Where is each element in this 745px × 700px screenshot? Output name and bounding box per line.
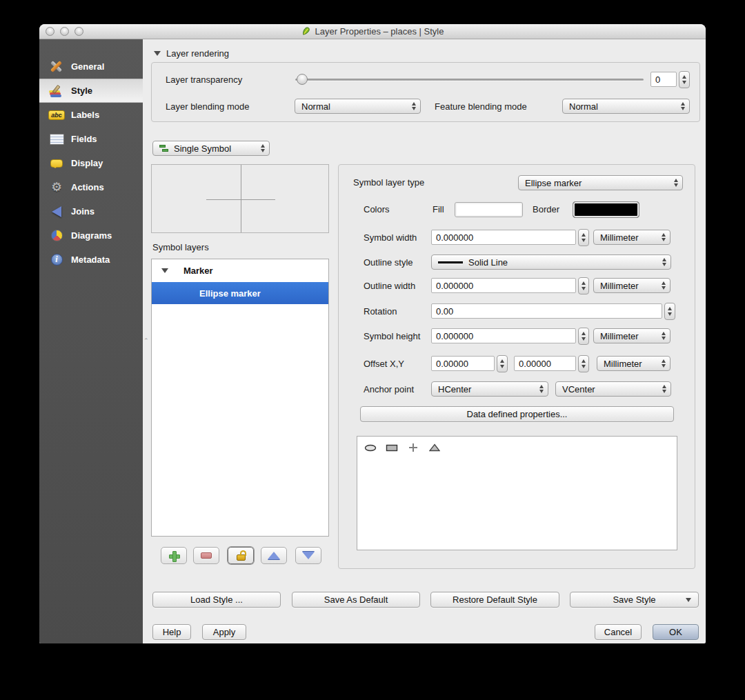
symbol-height-unit-value: Millimeter bbox=[600, 331, 639, 341]
labels-icon-text: abc bbox=[48, 110, 65, 120]
metadata-info-icon: i bbox=[48, 252, 65, 268]
dropdown-arrows-icon bbox=[662, 281, 666, 290]
close-window-icon[interactable] bbox=[46, 27, 54, 36]
save-style-button[interactable]: Save Style bbox=[570, 592, 699, 608]
offset-x-input[interactable] bbox=[431, 356, 495, 371]
lock-color-button[interactable] bbox=[228, 547, 254, 564]
offset-y-stepper[interactable] bbox=[578, 355, 589, 372]
fill-color-button[interactable] bbox=[455, 202, 523, 217]
sidebar-item-label: Fields bbox=[71, 134, 97, 144]
sidebar-item-fields[interactable]: Fields bbox=[39, 127, 143, 151]
dropdown-arrows-icon bbox=[662, 385, 666, 393]
symbol-width-unit-select[interactable]: Millimeter bbox=[593, 230, 670, 245]
dropdown-arrows-icon bbox=[662, 332, 666, 340]
move-layer-up-button[interactable] bbox=[261, 547, 287, 564]
symbol-height-unit-select[interactable]: Millimeter bbox=[593, 328, 670, 343]
dropdown-arrows-icon bbox=[662, 258, 666, 266]
symbol-layer-row-label: Ellipse marker bbox=[199, 288, 261, 299]
help-button[interactable]: Help bbox=[152, 624, 191, 640]
offset-x-stepper[interactable] bbox=[497, 355, 508, 372]
shape-ellipse-item[interactable] bbox=[364, 443, 377, 452]
symbol-layer-type-select[interactable]: Ellipse marker bbox=[518, 175, 683, 190]
shape-rectangle-item[interactable] bbox=[386, 443, 398, 452]
layer-blending-mode-value: Normal bbox=[301, 101, 330, 112]
layer-transparency-slider[interactable] bbox=[295, 74, 644, 85]
anchor-vertical-select[interactable]: VCenter bbox=[555, 381, 671, 397]
dropdown-arrows-icon bbox=[412, 102, 416, 110]
sidebar-item-style[interactable]: Style bbox=[39, 79, 143, 103]
sidebar-item-display[interactable]: Display bbox=[39, 151, 143, 175]
symbol-height-stepper[interactable] bbox=[578, 328, 589, 345]
actions-gear-icon: ⚙ bbox=[48, 180, 65, 195]
offset-unit-select[interactable]: Millimeter bbox=[597, 356, 670, 371]
preview-crosshair-horizontal bbox=[206, 199, 275, 200]
zoom-window-icon[interactable] bbox=[74, 27, 83, 36]
stepper-down-icon[interactable] bbox=[682, 81, 686, 84]
rotation-input[interactable] bbox=[431, 303, 662, 319]
outline-style-value: Solid Line bbox=[468, 257, 508, 268]
layer-blending-mode-select[interactable]: Normal bbox=[295, 99, 421, 114]
sidebar: General Style abc Labels Fields bbox=[39, 39, 143, 643]
sidebar-item-actions[interactable]: ⚙ Actions bbox=[39, 175, 143, 199]
outline-width-input[interactable] bbox=[431, 278, 576, 293]
titlebar[interactable]: Layer Properties – places | Style bbox=[39, 24, 706, 39]
remove-symbol-layer-button[interactable] bbox=[193, 547, 219, 564]
save-as-default-button[interactable]: Save As Default bbox=[292, 592, 420, 608]
display-bubble-icon bbox=[48, 156, 65, 171]
sidebar-item-joins[interactable]: Joins bbox=[39, 199, 143, 223]
restore-default-style-button[interactable]: Restore Default Style bbox=[430, 592, 559, 608]
outline-style-select[interactable]: Solid Line bbox=[431, 254, 671, 270]
layer-transparency-value[interactable] bbox=[650, 72, 677, 87]
symbol-width-input[interactable] bbox=[431, 230, 576, 245]
symbol-height-input[interactable] bbox=[431, 328, 576, 343]
renderer-type-select[interactable]: Single Symbol bbox=[152, 141, 270, 156]
sidebar-item-labels[interactable]: abc Labels bbox=[39, 103, 143, 127]
panel-collapse-handle[interactable]: ⌃ bbox=[143, 338, 150, 344]
symbol-layers-tree: Marker Ellipse marker bbox=[151, 259, 329, 537]
add-symbol-layer-button[interactable] bbox=[161, 547, 187, 564]
tree-disclosure-icon[interactable] bbox=[161, 268, 168, 273]
symbol-width-label: Symbol width bbox=[364, 232, 417, 243]
single-symbol-icon bbox=[159, 144, 170, 153]
cancel-button[interactable]: Cancel bbox=[595, 624, 642, 640]
outline-width-unit-select[interactable]: Millimeter bbox=[593, 278, 670, 293]
shape-triangle-item[interactable] bbox=[428, 443, 441, 452]
slider-handle[interactable] bbox=[297, 74, 308, 85]
preview-crosshair-vertical bbox=[241, 165, 241, 232]
outline-style-label: Outline style bbox=[364, 257, 413, 268]
sidebar-item-general[interactable]: General bbox=[39, 54, 143, 79]
qgis-icon bbox=[301, 26, 312, 37]
rotation-stepper[interactable] bbox=[664, 303, 675, 320]
layer-rendering-header[interactable]: Layer rendering bbox=[154, 48, 229, 59]
symbol-layer-row-selected[interactable]: Ellipse marker bbox=[152, 282, 328, 304]
disclosure-triangle-icon bbox=[154, 51, 161, 56]
shape-cross-item[interactable] bbox=[407, 443, 419, 452]
layer-transparency-stepper[interactable] bbox=[679, 71, 690, 88]
layer-blending-mode-label: Layer blending mode bbox=[166, 101, 249, 112]
border-color-button[interactable] bbox=[573, 201, 639, 218]
stepper-up-icon[interactable] bbox=[682, 75, 686, 79]
sidebar-item-metadata[interactable]: i Metadata bbox=[39, 248, 143, 272]
move-layer-down-button[interactable] bbox=[295, 547, 321, 564]
symbol-width-stepper[interactable] bbox=[578, 229, 589, 246]
load-style-button[interactable]: Load Style ... bbox=[152, 592, 281, 608]
data-defined-properties-button[interactable]: Data defined properties... bbox=[360, 406, 674, 422]
renderer-type-value: Single Symbol bbox=[174, 143, 231, 154]
sidebar-item-diagrams[interactable]: Diagrams bbox=[39, 223, 143, 248]
diagrams-pie-icon bbox=[48, 228, 65, 243]
symbol-layers-label: Symbol layers bbox=[152, 242, 209, 252]
apply-button[interactable]: Apply bbox=[202, 624, 246, 640]
symbol-layers-group-row[interactable]: Marker bbox=[152, 259, 328, 282]
feature-blending-mode-select[interactable]: Normal bbox=[562, 99, 690, 114]
outline-width-stepper[interactable] bbox=[578, 277, 589, 294]
sidebar-item-label: Metadata bbox=[71, 254, 110, 265]
anchor-horizontal-select[interactable]: HCenter bbox=[431, 381, 548, 397]
ok-button[interactable]: OK bbox=[653, 624, 699, 640]
ellipse-shape-icon bbox=[364, 444, 377, 452]
offset-y-input[interactable] bbox=[514, 356, 576, 371]
open-lock-icon bbox=[237, 554, 246, 561]
dropdown-arrows-icon bbox=[674, 179, 678, 187]
ok-label: OK bbox=[669, 627, 682, 637]
minimize-window-icon[interactable] bbox=[60, 27, 69, 36]
save-style-label: Save Style bbox=[613, 594, 655, 605]
